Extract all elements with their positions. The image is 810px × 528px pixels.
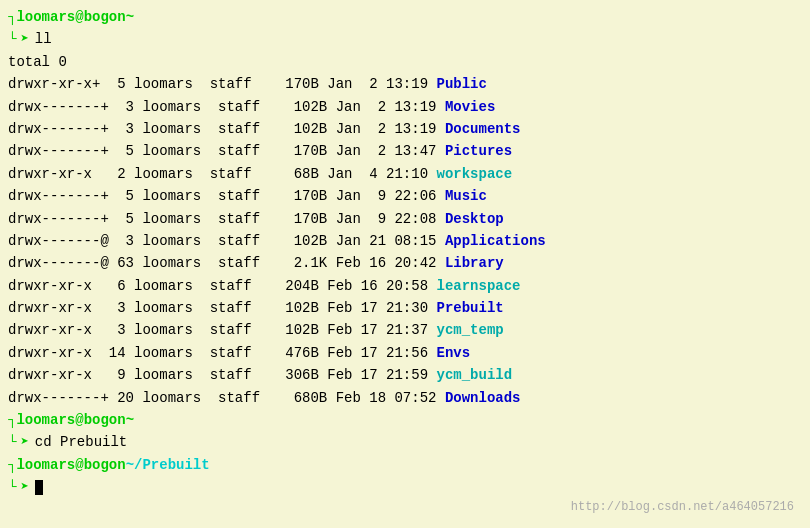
watermark: http://blog.csdn.net/a464057216 <box>571 500 794 514</box>
prompt-at-1: @ <box>75 6 83 28</box>
prompt-bracket-1: ┐ <box>8 6 16 28</box>
dir-name-movies: Movies <box>445 99 495 115</box>
table-row: drwxr-xr-x 6 loomars staff 204B Feb 16 2… <box>8 275 802 297</box>
dir-name-prebuilt: Prebuilt <box>436 300 503 316</box>
dir-name-workspace: workspace <box>436 166 512 182</box>
dir-name-documents: Documents <box>445 121 521 137</box>
cmd-line-1: └ ➤ ll <box>8 28 802 50</box>
table-row: drwxr-xr-x 3 loomars staff 102B Feb 17 2… <box>8 297 802 319</box>
prompt-host-3: bogon <box>84 454 126 476</box>
prompt-bracket-2: ┐ <box>8 409 16 431</box>
cmd-line-3: └ ➤ <box>8 476 802 498</box>
prompt-tilde-1: ~ <box>126 6 134 28</box>
table-row: drwxr-xr-x 2 loomars staff 68B Jan 4 21:… <box>8 163 802 185</box>
prompt-user-2: loomars <box>16 409 75 431</box>
dir-name-envs: Envs <box>436 345 470 361</box>
cmd-line-2: └ ➤ cd Prebuilt <box>8 431 802 453</box>
prompt-line-1: ┐ loomars@bogon ~ <box>8 6 802 28</box>
prompt-line-2: ┐ loomars@bogon ~ <box>8 409 802 431</box>
prompt-line-3: ┐ loomars@bogon ~/Prebuilt <box>8 454 802 476</box>
dir-name-library: Library <box>445 255 504 271</box>
dir-name-pictures: Pictures <box>445 143 512 159</box>
total-line: total 0 <box>8 51 802 73</box>
table-row: drwx-------+ 20 loomars staff 680B Feb 1… <box>8 387 802 409</box>
table-row: drwx-------+ 5 loomars staff 170B Jan 9 … <box>8 185 802 207</box>
prompt-host-2: bogon <box>84 409 126 431</box>
table-row: drwx-------+ 3 loomars staff 102B Jan 2 … <box>8 118 802 140</box>
terminal: ┐ loomars@bogon ~ └ ➤ ll total 0 drwxr-x… <box>8 6 802 522</box>
dir-name-public: Public <box>436 76 486 92</box>
table-row: drwxr-xr-x+ 5 loomars staff 170B Jan 2 1… <box>8 73 802 95</box>
dir-name-desktop: Desktop <box>445 211 504 227</box>
cmd-corner-1: └ <box>8 28 16 50</box>
prompt-arrow-2: ➤ <box>20 431 28 453</box>
prompt-user-3: loomars <box>16 454 75 476</box>
table-row: drwx-------+ 5 loomars staff 170B Jan 2 … <box>8 140 802 162</box>
prompt-bracket-3: ┐ <box>8 454 16 476</box>
prompt-arrow-3: ➤ <box>20 476 28 498</box>
prompt-host-1: bogon <box>84 6 126 28</box>
prompt-user-1: loomars <box>16 6 75 28</box>
dir-name-ycm-temp: ycm_temp <box>436 322 503 338</box>
dir-name-downloads: Downloads <box>445 390 521 406</box>
prompt-tilde-2: ~ <box>126 409 134 431</box>
table-row: drwx-------@ 3 loomars staff 102B Jan 21… <box>8 230 802 252</box>
prompt-at-2: @ <box>75 409 83 431</box>
table-row: drwxr-xr-x 9 loomars staff 306B Feb 17 2… <box>8 364 802 386</box>
cmd-corner-2: └ <box>8 431 16 453</box>
cmd-2: cd Prebuilt <box>35 431 127 453</box>
prompt-arrow-1: ➤ <box>20 28 28 50</box>
table-row: drwxr-xr-x 14 loomars staff 476B Feb 17 … <box>8 342 802 364</box>
table-row: drwx-------+ 3 loomars staff 102B Jan 2 … <box>8 96 802 118</box>
prompt-path-3: ~/Prebuilt <box>126 454 210 476</box>
cursor <box>35 480 43 495</box>
dir-name-ycm-build: ycm_build <box>436 367 512 383</box>
table-row: drwx-------+ 5 loomars staff 170B Jan 9 … <box>8 208 802 230</box>
table-row: drwxr-xr-x 3 loomars staff 102B Feb 17 2… <box>8 319 802 341</box>
dir-name-applications: Applications <box>445 233 546 249</box>
table-row: drwx-------@ 63 loomars staff 2.1K Feb 1… <box>8 252 802 274</box>
prompt-at-3: @ <box>75 454 83 476</box>
cmd-1: ll <box>35 28 52 50</box>
cmd-corner-3: └ <box>8 476 16 498</box>
dir-name-learnspace: learnspace <box>436 278 520 294</box>
dir-name-music: Music <box>445 188 487 204</box>
